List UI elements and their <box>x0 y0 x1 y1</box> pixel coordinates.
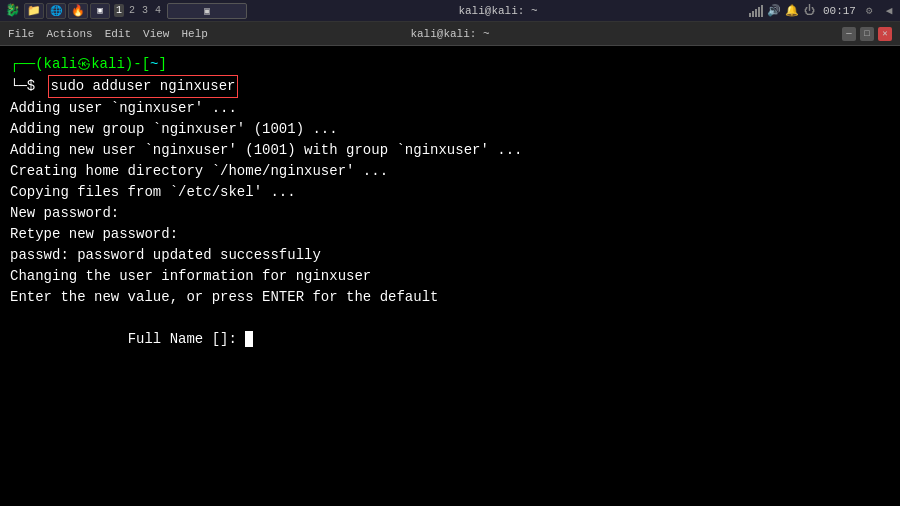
output-line-7: Retype new password: <box>10 224 890 245</box>
notification-icon[interactable]: 🔔 <box>785 4 799 18</box>
volume-icon[interactable]: 🔊 <box>767 4 781 18</box>
taskbar: 🐉 📁 🌐 🔥 ▣ 1 2 3 4 ▣ <box>0 0 900 22</box>
network-icon <box>749 5 763 17</box>
output-line-5: Copying files from `/etc/skel' ... <box>10 182 890 203</box>
prompt-host-name: kali <box>91 54 125 75</box>
output-line-1: Adding user `nginxuser' ... <box>10 98 890 119</box>
menu-view[interactable]: View <box>143 28 169 40</box>
output-line-2: Adding new group `nginxuser' (1001) ... <box>10 119 890 140</box>
prompt-user: ┌──( <box>10 54 44 75</box>
output-line-10: Enter the new value, or press ENTER for … <box>10 287 890 308</box>
output-line-6: New password: <box>10 203 890 224</box>
cursor <box>245 331 253 347</box>
taskbar-right: 🔊 🔔 ⏻ 00:17 ⚙ ◀ <box>749 4 896 18</box>
kali-menu-icon[interactable]: 🐉 <box>4 3 20 19</box>
menu-file[interactable]: File <box>8 28 34 40</box>
workspace-numbers: 1 2 3 4 <box>114 4 163 17</box>
terminal-tab-label: ▣ <box>204 5 210 17</box>
menu-edit[interactable]: Edit <box>105 28 131 40</box>
menu-help[interactable]: Help <box>181 28 207 40</box>
prompt-user-name: kali <box>44 54 78 75</box>
taskbar-app-shield[interactable]: 🔥 <box>68 3 88 19</box>
terminal-content[interactable]: ┌──(kali㉿kali)-[~] └─$ sudo adduser ngin… <box>0 46 900 506</box>
command-text: sudo adduser nginxuser <box>51 78 236 94</box>
output-line-11: Full Name []: <box>10 308 890 371</box>
close-button[interactable]: ✕ <box>878 27 892 41</box>
prompt-dir: ~ <box>150 54 158 75</box>
command-box: sudo adduser nginxuser <box>48 75 239 98</box>
output-line-3: Adding new user `nginxuser' (1001) with … <box>10 140 890 161</box>
taskbar-app-browser[interactable]: 📁 <box>24 3 44 19</box>
taskbar-apps: 📁 🌐 🔥 ▣ <box>24 3 110 19</box>
terminal-titlebar: File Actions Edit View Help kali@kali: ~… <box>0 22 900 46</box>
minimize-button[interactable]: — <box>842 27 856 41</box>
taskbar-app-terminal[interactable]: ▣ <box>90 3 110 19</box>
menu-bar: File Actions Edit View Help <box>8 28 208 40</box>
prompt-at: ㉿ <box>77 54 91 75</box>
output-line-4: Creating home directory `/home/nginxuser… <box>10 161 890 182</box>
sys-tray: 🔊 🔔 ⏻ <box>749 4 817 18</box>
workspace-3[interactable]: 3 <box>140 4 150 17</box>
workspace-4[interactable]: 4 <box>153 4 163 17</box>
prompt-bracket: )-[ <box>125 54 150 75</box>
workspace-2[interactable]: 2 <box>127 4 137 17</box>
prompt-bracket-close: ] <box>158 54 166 75</box>
clock: 00:17 <box>823 5 856 17</box>
terminal-title: kali@kali: ~ <box>410 28 489 40</box>
command-prompt-line: └─$ sudo adduser nginxuser <box>10 75 890 98</box>
prompt-line: ┌──(kali㉿kali)-[~] <box>10 54 890 75</box>
menu-actions[interactable]: Actions <box>46 28 92 40</box>
maximize-button[interactable]: □ <box>860 27 874 41</box>
logout-icon[interactable]: ◀ <box>882 4 896 18</box>
terminal-window: File Actions Edit View Help kali@kali: ~… <box>0 22 900 506</box>
settings-icon[interactable]: ⚙ <box>862 4 876 18</box>
window-controls: — □ ✕ <box>842 27 892 41</box>
prompt-dollar: └─$ <box>10 76 44 97</box>
taskbar-app-files[interactable]: 🌐 <box>46 3 66 19</box>
workspace-1[interactable]: 1 <box>114 4 124 17</box>
power-icon[interactable]: ⏻ <box>803 4 817 18</box>
output-line-9: Changing the user information for nginxu… <box>10 266 890 287</box>
taskbar-title: kali@kali: ~ <box>458 5 537 17</box>
taskbar-left: 🐉 📁 🌐 🔥 ▣ 1 2 3 4 ▣ <box>4 3 247 19</box>
terminal-taskbar-tab[interactable]: ▣ <box>167 3 247 19</box>
output-line-8: passwd: password updated successfully <box>10 245 890 266</box>
